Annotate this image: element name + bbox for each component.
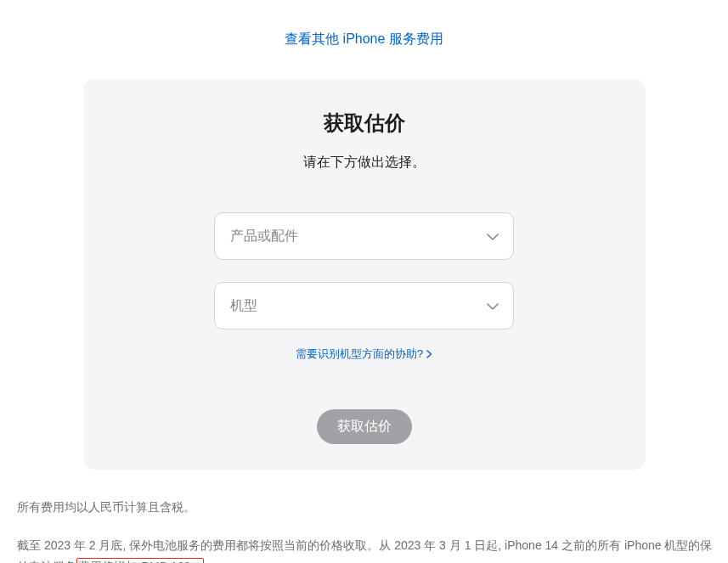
product-select[interactable]: 产品或配件	[214, 212, 514, 260]
card-title: 获取估价	[324, 110, 405, 137]
model-select-wrapper: 机型	[214, 282, 514, 329]
price-increase-highlight: 费用将增加 RMB 169。	[76, 558, 204, 563]
footer-note-currency: 所有费用均以人民币计算且含税。	[17, 497, 720, 518]
product-select-wrapper: 产品或配件	[214, 212, 514, 260]
card-subtitle: 请在下方做出选择。	[303, 154, 426, 172]
estimate-card: 获取估价 请在下方做出选择。 产品或配件 机型 需要识别机型方面的协助? 获取估…	[83, 79, 646, 470]
view-other-services-link[interactable]: 查看其他 iPhone 服务费用	[285, 31, 443, 48]
chevron-right-icon	[426, 350, 432, 358]
help-link-text: 需要识别机型方面的协助?	[296, 346, 423, 362]
get-estimate-button[interactable]: 获取估价	[317, 409, 412, 444]
footer: 所有费用均以人民币计算且含税。 截至 2023 年 2 月底, 保外电池服务的费…	[8, 497, 720, 563]
identify-model-help-link[interactable]: 需要识别机型方面的协助?	[296, 346, 432, 362]
footer-note-price-change: 截至 2023 年 2 月底, 保外电池服务的费用都将按照当前的价格收取。从 2…	[17, 535, 720, 563]
model-select[interactable]: 机型	[214, 282, 514, 329]
